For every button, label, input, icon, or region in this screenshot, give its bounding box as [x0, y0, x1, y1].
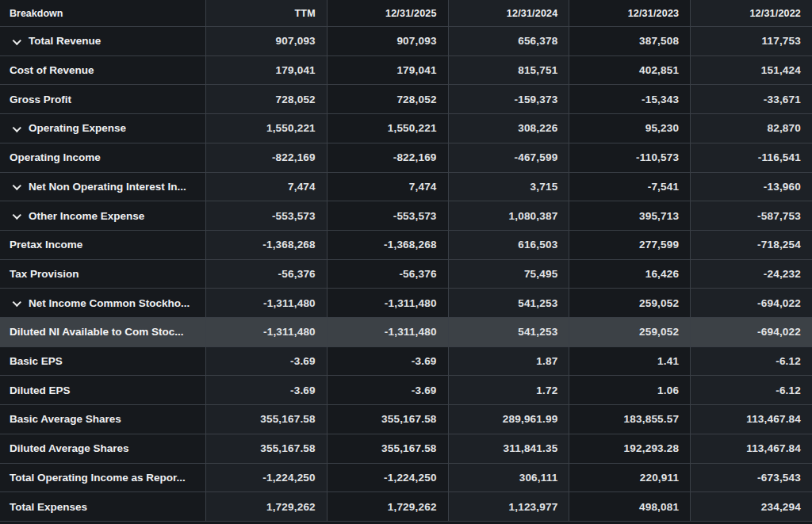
table-row[interactable]: Total Operating Income as Repor... -1,22…	[0, 464, 812, 493]
table-row[interactable]: Pretax Income -1,368,268 -1,368,268 616,…	[0, 231, 812, 260]
table-row[interactable]: Net Non Operating Interest In... 7,474 7…	[0, 173, 812, 202]
table-row[interactable]: Total Expenses 1,729,262 1,729,262 1,123…	[0, 492, 812, 522]
value-cell: 82,870	[691, 114, 812, 143]
value-cell: -1,311,480	[206, 318, 327, 347]
value-cell: -110,573	[569, 143, 691, 173]
value-cell: 656,378	[449, 27, 570, 56]
value-cell: 1,080,387	[449, 201, 570, 231]
row-label-cell[interactable]: Other Income Expense	[0, 201, 206, 231]
value-cell: -673,543	[691, 464, 812, 493]
value-cell: 234,294	[691, 492, 812, 522]
value-cell: -587,753	[691, 201, 812, 231]
value-cell: 3,715	[449, 173, 570, 202]
value-cell: -6.12	[691, 376, 812, 405]
value-cell: 308,226	[449, 114, 570, 143]
value-cell: 113,467.84	[691, 434, 812, 464]
row-label-cell: Cost of Revenue	[0, 56, 206, 86]
value-cell: 395,713	[569, 201, 691, 231]
row-label: Net Income Common Stockho...	[29, 297, 190, 309]
value-cell: -1,311,480	[206, 289, 327, 318]
table-row[interactable]: Diluted EPS -3.69 -3.69 1.72 1.06 -6.12	[0, 376, 812, 405]
value-cell: 1,550,221	[327, 114, 449, 143]
value-cell: 355,167.58	[206, 434, 327, 464]
value-cell: 616,503	[449, 231, 570, 260]
table-row[interactable]: Total Revenue 907,093 907,093 656,378 38…	[0, 27, 812, 56]
value-cell: 1,729,262	[327, 492, 449, 522]
value-cell: 541,253	[449, 318, 570, 347]
chevron-down-icon[interactable]	[13, 182, 21, 190]
value-cell: -56,376	[206, 260, 327, 289]
value-cell: -467,599	[449, 143, 570, 173]
chevron-down-icon[interactable]	[13, 211, 21, 220]
value-cell: -24,232	[691, 260, 812, 289]
row-label: Total Revenue	[29, 35, 101, 47]
row-label-cell: Total Expenses	[0, 492, 206, 522]
row-label-cell[interactable]: Total Revenue	[0, 27, 206, 56]
table-row[interactable]: Diluted NI Available to Com Stoc... -1,3…	[0, 318, 812, 347]
chevron-down-icon[interactable]	[13, 36, 21, 44]
value-cell: 1.72	[449, 376, 570, 405]
value-cell: -3.69	[206, 376, 327, 405]
table-row[interactable]: Diluted Average Shares 355,167.58 355,16…	[0, 434, 812, 464]
table-row[interactable]: Net Income Common Stockho... -1,311,480 …	[0, 289, 812, 318]
value-cell: 183,855.57	[569, 405, 691, 434]
row-label-cell: Diluted NI Available to Com Stoc...	[0, 318, 206, 347]
row-label: Total Operating Income as Repor...	[10, 472, 186, 484]
row-label-cell[interactable]: Operating Expense	[0, 114, 206, 143]
value-cell: -1,224,250	[327, 464, 449, 493]
chevron-down-icon[interactable]	[13, 298, 21, 307]
value-cell: 7,474	[327, 173, 449, 202]
row-label-cell: Operating Income	[0, 143, 206, 173]
value-cell: 179,041	[327, 56, 449, 86]
table-row[interactable]: Gross Profit 728,052 728,052 -159,373 -1…	[0, 85, 812, 114]
row-label-cell: Basic Average Shares	[0, 405, 206, 434]
value-cell: 355,167.58	[206, 405, 327, 434]
row-label: Operating Expense	[29, 122, 126, 134]
value-cell: 355,167.58	[327, 405, 449, 434]
table-row[interactable]: Tax Provision -56,376 -56,376 75,495 16,…	[0, 260, 812, 289]
row-label: Diluted Average Shares	[10, 442, 129, 454]
value-cell: -1,224,250	[206, 464, 327, 493]
value-cell: 1.06	[569, 376, 691, 405]
value-cell: -553,573	[327, 201, 449, 231]
row-label-cell[interactable]: Net Income Common Stockho...	[0, 289, 206, 318]
value-cell: -694,022	[691, 318, 812, 347]
value-cell: 259,052	[569, 318, 691, 347]
header-cell-breakdown: Breakdown	[0, 0, 206, 27]
value-cell: 259,052	[569, 289, 691, 318]
value-cell: -15,343	[569, 85, 691, 114]
row-label-cell[interactable]: Net Non Operating Interest In...	[0, 173, 206, 202]
header-cell-2023: 12/31/2023	[569, 0, 691, 27]
header-cell-2025: 12/31/2025	[327, 0, 449, 27]
table-body: Total Revenue 907,093 907,093 656,378 38…	[0, 27, 812, 522]
value-cell: 728,052	[206, 85, 327, 114]
value-cell: 179,041	[206, 56, 327, 86]
value-cell: -3.69	[206, 347, 327, 377]
value-cell: -694,022	[691, 289, 812, 318]
value-cell: 402,851	[569, 56, 691, 86]
value-cell: -7,541	[569, 173, 691, 202]
table-row[interactable]: Operating Expense 1,550,221 1,550,221 30…	[0, 114, 812, 143]
value-cell: 907,093	[206, 27, 327, 56]
value-cell: 16,426	[569, 260, 691, 289]
value-cell: 7,474	[206, 173, 327, 202]
row-label: Tax Provision	[10, 268, 79, 280]
chevron-down-icon[interactable]	[13, 124, 21, 132]
header-cell-ttm: TTM	[206, 0, 327, 27]
value-cell: 815,751	[449, 56, 570, 86]
value-cell: 192,293.28	[569, 434, 691, 464]
row-label-cell: Tax Provision	[0, 260, 206, 289]
row-label: Net Non Operating Interest In...	[29, 181, 186, 193]
value-cell: -822,169	[327, 143, 449, 173]
table-row[interactable]: Basic Average Shares 355,167.58 355,167.…	[0, 405, 812, 434]
value-cell: 1,729,262	[206, 492, 327, 522]
value-cell: -1,311,480	[327, 318, 449, 347]
table-row[interactable]: Other Income Expense -553,573 -553,573 1…	[0, 201, 812, 231]
table-row[interactable]: Basic EPS -3.69 -3.69 1.87 1.41 -6.12	[0, 347, 812, 377]
table-row[interactable]: Cost of Revenue 179,041 179,041 815,751 …	[0, 56, 812, 86]
table-row[interactable]: Operating Income -822,169 -822,169 -467,…	[0, 143, 812, 173]
row-label-cell: Pretax Income	[0, 231, 206, 260]
value-cell: -718,254	[691, 231, 812, 260]
row-label: Other Income Expense	[29, 210, 144, 222]
value-cell: 117,753	[691, 27, 812, 56]
